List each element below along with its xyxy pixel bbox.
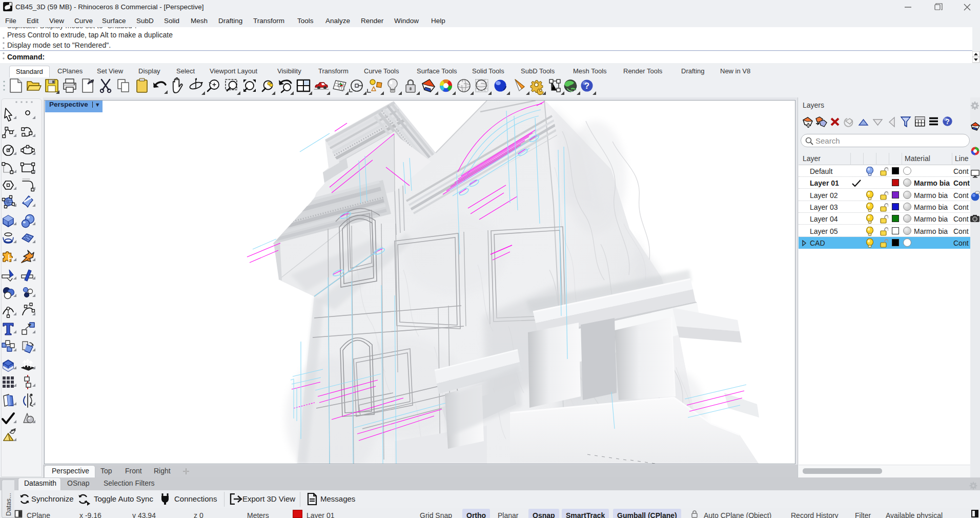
svg-text:?: ? — [584, 81, 589, 91]
svg-text:?: ? — [945, 117, 950, 126]
